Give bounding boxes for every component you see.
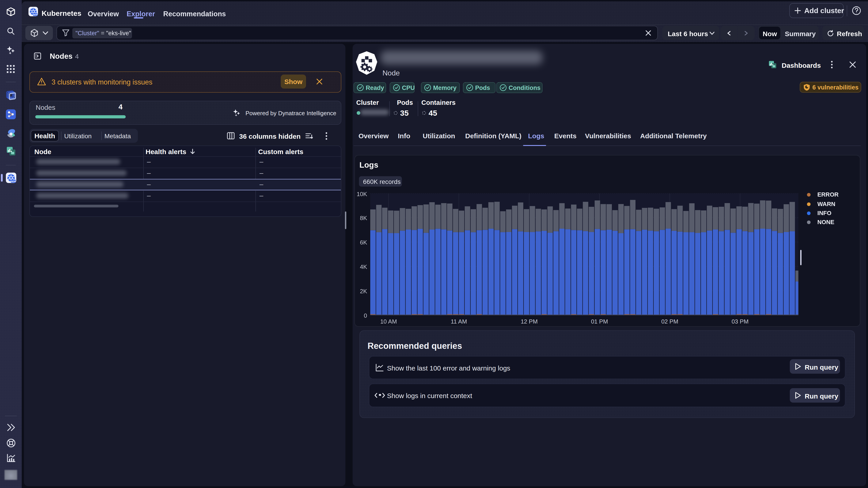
svg-text:NEW: NEW [11, 180, 16, 183]
svg-text:NEW: NEW [33, 13, 37, 15]
